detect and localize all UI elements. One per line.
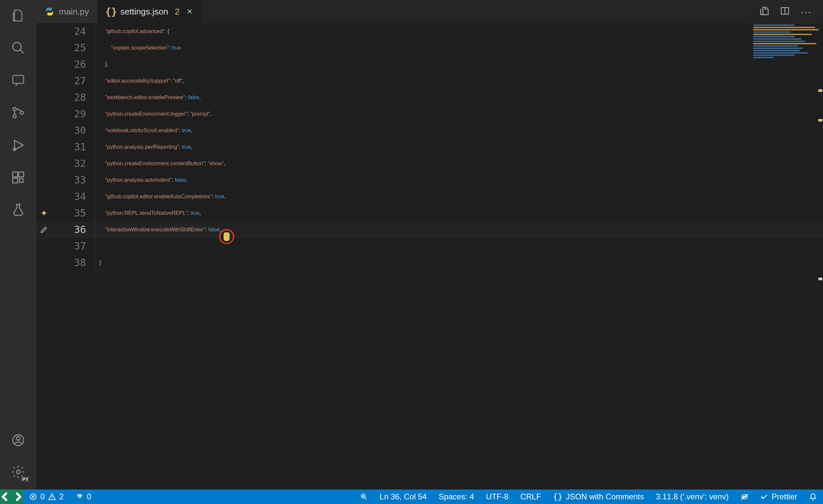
indentation[interactable]: Spaces: 4 <box>433 489 480 504</box>
line-number: 38 <box>51 254 96 271</box>
python-file-icon <box>45 7 54 16</box>
code-line[interactable]: 27 "editor.accessibilitySupport": "off", <box>36 73 823 89</box>
notifications-button[interactable] <box>803 489 823 504</box>
warnings-count: 2 <box>59 492 63 501</box>
overview-ruler[interactable] <box>818 23 823 489</box>
code-line[interactable]: 34 "github.copilot.editor.enableAutoComp… <box>36 188 823 205</box>
code-line[interactable]: 25 "explain.scopeSelection": true <box>36 40 823 56</box>
tab-settings-json[interactable]: {} settings.json 2 × <box>98 0 201 23</box>
code-text: "notebook.stickyScroll.enabled": true, <box>96 122 823 139</box>
svg-rect-1 <box>13 75 24 83</box>
code-line[interactable]: 32 "python.createEnvironment.contentButt… <box>36 155 823 172</box>
code-line[interactable]: 29 "python.createEnvironment.trigger": "… <box>36 106 823 122</box>
status-bar: 0 2 0 Ln 36, Col 54 Spaces: 4 UTF-8 CRLF… <box>0 489 823 504</box>
encoding[interactable]: UTF-8 <box>480 489 514 504</box>
svg-point-4 <box>20 111 23 114</box>
line-number: 31 <box>51 139 96 155</box>
split-editor-icon[interactable] <box>780 6 790 17</box>
close-icon[interactable]: × <box>187 7 192 16</box>
minimap[interactable] <box>750 23 820 79</box>
more-icon[interactable]: ··· <box>801 5 812 18</box>
explorer-icon[interactable] <box>10 7 26 24</box>
svg-point-12 <box>17 470 20 474</box>
code-text: "explain.scopeSelection": true <box>96 40 823 56</box>
extensions-icon[interactable] <box>10 169 26 186</box>
code-line[interactable]: ✦35 "python.REPL.sendToNativeREPL": true… <box>36 205 823 221</box>
tab-bar: main.py {} settings.json 2 × ··· <box>36 0 823 23</box>
python-interpreter[interactable]: 3.11.8 ('.venv': venv) <box>650 489 735 504</box>
code-text: "python.createEnvironment.trigger": "pro… <box>96 106 823 122</box>
chat-icon[interactable] <box>10 72 26 88</box>
ports-count: 0 <box>87 492 91 501</box>
tab-label: main.py <box>59 7 89 17</box>
svg-point-0 <box>13 43 21 51</box>
errors-count: 0 <box>40 492 45 501</box>
code-text: "python.createEnvironment.contentButton"… <box>96 155 823 172</box>
code-text: "github.copilot.editor.enableAutoComplet… <box>96 188 823 205</box>
code-text: "interactiveWindow.executeWithShiftEnter… <box>96 221 823 238</box>
code-line[interactable]: 31 "python.analysis.perfReporting": true… <box>36 139 823 155</box>
line-number: 28 <box>51 89 96 106</box>
activity-bar <box>0 0 36 489</box>
svg-rect-8 <box>13 178 18 183</box>
ports-button[interactable]: 0 <box>70 489 97 504</box>
formatter[interactable]: Prettier <box>755 489 803 504</box>
line-number: 37 <box>51 238 96 254</box>
cursor-position[interactable]: Ln 36, Col 54 <box>374 489 433 504</box>
code-line[interactable]: 37 <box>36 238 823 254</box>
editor-title-actions: ··· <box>760 0 823 23</box>
code-line[interactable]: 28 "workbench.editor.enablePreview": fal… <box>36 89 823 106</box>
svg-rect-7 <box>19 172 24 177</box>
code-text: "editor.accessibilitySupport": "off", <box>96 73 823 89</box>
code-text: }, <box>96 56 823 73</box>
line-number: 24 <box>51 23 96 40</box>
code-text: "github.copilot.advanced": { <box>96 23 823 40</box>
tab-label: settings.json <box>120 7 168 17</box>
language-mode[interactable]: {} JSON with Comments <box>547 489 650 504</box>
testing-icon[interactable] <box>10 202 26 218</box>
tab-main-py[interactable]: main.py <box>36 0 98 23</box>
svg-point-15 <box>79 496 81 498</box>
compare-changes-icon[interactable] <box>760 6 770 17</box>
code-text: "python.analysis.perfReporting": true, <box>96 139 823 155</box>
line-number: 34 <box>51 188 96 205</box>
code-line[interactable]: 26 }, <box>36 56 823 73</box>
line-number: 29 <box>51 106 96 122</box>
code-text: "python.analysis.autoIndent": false, <box>96 172 823 188</box>
line-number: 35 <box>51 205 96 221</box>
svg-point-11 <box>17 437 20 440</box>
settings-icon[interactable] <box>10 464 26 480</box>
code-text: "python.REPL.sendToNativeREPL": true, <box>96 205 823 221</box>
code-text: "workbench.editor.enablePreview": false, <box>96 89 823 106</box>
search-icon[interactable] <box>10 40 26 56</box>
eol[interactable]: CRLF <box>514 489 547 504</box>
svg-point-2 <box>13 107 16 110</box>
code-line[interactable]: 38} <box>36 254 823 271</box>
run-debug-icon[interactable] <box>10 137 26 153</box>
code-line[interactable]: 30 "notebook.stickyScroll.enabled": true… <box>36 122 823 139</box>
editor[interactable]: 24 "github.copilot.advanced": {25 "expla… <box>36 23 823 489</box>
line-number: 33 <box>51 172 96 188</box>
zoom-button[interactable] <box>354 489 374 504</box>
svg-rect-9 <box>19 179 23 183</box>
line-number: 36 <box>51 221 96 238</box>
svg-point-3 <box>13 115 16 117</box>
line-number: 26 <box>51 56 96 73</box>
sparkle-icon: ✦ <box>40 208 48 218</box>
tab-problems-badge: 2 <box>175 7 180 17</box>
accounts-icon[interactable] <box>10 432 26 449</box>
json-file-icon: {} <box>107 7 116 16</box>
line-number: 27 <box>51 73 96 89</box>
problems-button[interactable]: 0 2 <box>23 489 70 504</box>
code-line[interactable]: 33 "python.analysis.autoIndent": false, <box>36 172 823 188</box>
remote-button[interactable] <box>0 489 23 504</box>
edit-icon <box>40 225 48 234</box>
line-number: 30 <box>51 122 96 139</box>
svg-rect-6 <box>13 172 18 177</box>
code-line[interactable]: 24 "github.copilot.advanced": { <box>36 23 823 40</box>
line-number: 32 <box>51 155 96 172</box>
copilot-status[interactable] <box>735 489 755 504</box>
source-control-icon[interactable] <box>10 104 26 121</box>
code-text: } <box>96 254 823 271</box>
code-line[interactable]: 36 "interactiveWindow.executeWithShiftEn… <box>36 221 823 238</box>
